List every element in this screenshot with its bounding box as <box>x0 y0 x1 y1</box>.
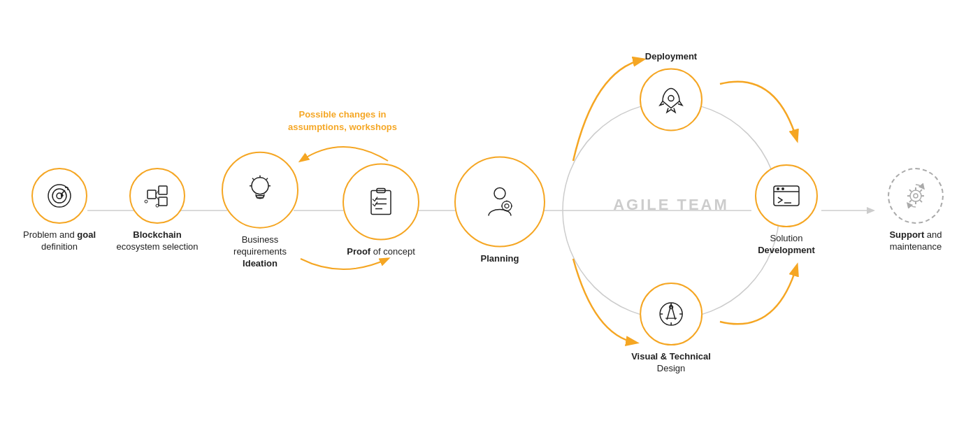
agile-team-label: AGILE TEAM <box>601 196 741 214</box>
visual-node: Visual & TechnicalDesign <box>631 283 711 375</box>
deployment-node: Deployment <box>640 51 702 131</box>
visual-label: Visual & TechnicalDesign <box>631 351 711 375</box>
svg-line-29 <box>252 178 254 180</box>
svg-rect-16 <box>159 186 167 194</box>
svg-marker-6 <box>867 207 875 214</box>
possible-changes-label: Possible changes in assumptions, worksho… <box>273 108 412 134</box>
business-label: Business requirements Ideation <box>218 234 302 270</box>
planning-node: Planning <box>454 157 545 265</box>
svg-point-22 <box>252 178 268 194</box>
svg-point-35 <box>494 188 505 199</box>
svg-rect-17 <box>159 197 167 206</box>
svg-rect-15 <box>147 190 156 199</box>
support-node: Support and maintenance <box>884 168 948 253</box>
svg-line-64 <box>920 200 922 202</box>
svg-point-20 <box>145 200 147 203</box>
planning-circle <box>454 157 545 248</box>
solution-node: Solution Development <box>744 164 828 257</box>
visual-circle <box>640 283 702 345</box>
proof-node: Proof of concept <box>343 164 419 258</box>
svg-point-42 <box>668 95 674 101</box>
business-circle <box>222 152 298 229</box>
svg-point-21 <box>156 204 159 207</box>
deployment-circle <box>640 68 702 131</box>
blockchain-label: Blockchain ecosystem selection <box>115 229 199 253</box>
svg-line-63 <box>909 190 911 192</box>
problem-label: Problem and goal definition <box>17 229 101 253</box>
business-node: Business requirements Ideation <box>218 152 302 270</box>
problem-node: Problem and goal definition <box>17 168 101 253</box>
proof-label: Proof of concept <box>347 246 415 258</box>
svg-line-28 <box>266 178 268 180</box>
svg-point-58 <box>914 194 918 198</box>
problem-circle <box>31 168 87 224</box>
solution-label: Solution Development <box>744 233 828 257</box>
svg-point-8 <box>48 185 71 207</box>
solution-circle <box>755 164 818 227</box>
blockchain-circle <box>129 168 185 224</box>
support-label: Support and maintenance <box>884 229 948 253</box>
deployment-label-top: Deployment <box>645 51 697 63</box>
svg-line-66 <box>909 200 911 202</box>
proof-circle <box>343 164 419 241</box>
svg-point-57 <box>910 190 921 201</box>
svg-line-65 <box>920 190 922 192</box>
svg-point-55 <box>781 187 784 190</box>
svg-point-37 <box>505 204 509 208</box>
svg-rect-30 <box>371 191 391 215</box>
planning-label: Planning <box>481 253 519 265</box>
diagram: Possible changes in assumptions, worksho… <box>0 0 980 421</box>
svg-point-36 <box>502 201 512 211</box>
support-circle <box>888 168 944 224</box>
blockchain-node: Blockchain ecosystem selection <box>115 168 199 253</box>
svg-point-54 <box>777 187 779 190</box>
